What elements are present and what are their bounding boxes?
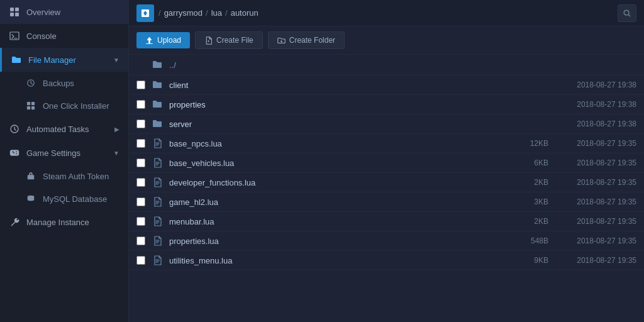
sidebar-label-one-click: One Click Installer	[43, 101, 119, 111]
upload-button[interactable]: Upload	[136, 32, 190, 48]
sidebar-label-console: Console	[26, 31, 119, 41]
chevron-right-icon: ▶	[114, 126, 119, 133]
file-icon	[152, 157, 163, 169]
file-checkbox[interactable]	[136, 158, 145, 167]
file-name: developer_functions.lua	[169, 178, 504, 187]
create-folder-label: Create Folder	[289, 36, 335, 45]
file-checkbox[interactable]	[136, 217, 145, 226]
file-size: 12KB	[511, 139, 548, 148]
file-name: utilities_menu.lua	[169, 256, 504, 265]
file-size: 9KB	[511, 256, 548, 265]
table-row[interactable]: server 2018-08-27 19:38	[129, 114, 644, 134]
file-name: menubar.lua	[169, 217, 504, 226]
sidebar-item-steam-auth[interactable]: Steam Auth Token	[0, 165, 128, 187]
file-name: properties.lua	[169, 236, 504, 246]
folder-icon	[152, 118, 163, 130]
gamepad-icon	[9, 147, 20, 158]
file-checkbox[interactable]	[136, 139, 145, 148]
sidebar-label-game-settings: Game Settings	[26, 148, 107, 158]
breadcrumb-sep1: /	[158, 8, 161, 18]
file-name: game_hl2.lua	[169, 197, 504, 207]
file-checkbox[interactable]	[136, 178, 145, 187]
sidebar-label-file-manager: File Manager	[28, 55, 107, 65]
sidebar-label-manage-instance: Manage Instance	[26, 218, 119, 227]
file-date: 2018-08-27 19:35	[555, 158, 636, 167]
svg-rect-0	[10, 8, 14, 11]
create-file-icon	[204, 36, 213, 45]
svg-rect-8	[31, 106, 35, 109]
create-file-button[interactable]: Create File	[195, 31, 263, 49]
table-row[interactable]: game_hl2.lua 3KB 2018-08-27 19:35	[129, 192, 644, 212]
table-row[interactable]: properties 2018-08-27 19:38	[129, 95, 644, 114]
file-checkbox[interactable]	[136, 256, 145, 265]
file-checkbox[interactable]	[136, 80, 145, 89]
file-date: 2018-08-27 19:38	[555, 100, 636, 109]
create-file-label: Create File	[216, 36, 253, 45]
file-name: properties	[169, 100, 504, 109]
parent-dir-row[interactable]: ../	[129, 55, 644, 75]
file-name: client	[169, 80, 504, 90]
file-date: 2018-08-27 19:35	[555, 139, 636, 148]
backups-icon	[25, 77, 36, 89]
sidebar-item-automated-tasks[interactable]: Automated Tasks ▶	[0, 117, 128, 141]
file-size: 3KB	[511, 197, 548, 206]
parent-dir-label: ../	[169, 60, 636, 70]
sidebar: Overview Console File Manager ▼ Backups	[0, 0, 129, 322]
table-row[interactable]: base_npcs.lua 12KB 2018-08-27 19:35	[129, 134, 644, 153]
sidebar-item-console[interactable]: Console	[0, 24, 128, 48]
file-size: 548B	[511, 236, 548, 245]
file-name: base_npcs.lua	[169, 139, 504, 148]
table-row[interactable]: menubar.lua 2KB 2018-08-27 19:35	[129, 212, 644, 231]
sidebar-item-backups[interactable]: Backups	[0, 72, 128, 94]
sidebar-item-game-settings[interactable]: Game Settings ▼	[0, 141, 128, 165]
file-name: base_vehicles.lua	[169, 158, 504, 168]
sidebar-item-one-click-installer[interactable]: One Click Installer	[0, 94, 128, 117]
table-row[interactable]: properties.lua 548B 2018-08-27 19:35	[129, 231, 644, 251]
sidebar-item-mysql[interactable]: MySQL Database	[0, 187, 128, 210]
breadcrumb-sep3: /	[225, 8, 228, 18]
wrench-icon	[9, 216, 20, 228]
table-row[interactable]: base_vehicles.lua 6KB 2018-08-27 19:35	[129, 153, 644, 173]
svg-rect-7	[27, 106, 30, 109]
svg-rect-6	[31, 102, 35, 105]
svg-rect-3	[15, 13, 19, 16]
grid-icon	[9, 6, 20, 18]
file-icon	[152, 255, 163, 266]
sidebar-item-manage-instance[interactable]: Manage Instance	[0, 210, 128, 234]
create-folder-icon	[277, 36, 286, 45]
file-date: 2018-08-27 19:35	[555, 178, 636, 187]
file-checkbox[interactable]	[136, 100, 145, 109]
upload-label: Upload	[157, 36, 181, 45]
sidebar-label-automated-tasks: Automated Tasks	[26, 125, 108, 134]
sidebar-label-steam-auth: Steam Auth Token	[43, 172, 119, 181]
installer-icon	[25, 100, 36, 111]
table-row[interactable]: developer_functions.lua 2KB 2018-08-27 1…	[129, 173, 644, 192]
table-row[interactable]: utilities_menu.lua 9KB 2018-08-27 19:35	[129, 251, 644, 270]
search-button[interactable]	[618, 4, 636, 22]
sidebar-item-file-manager[interactable]: File Manager ▼	[0, 48, 128, 72]
toolbar: Upload Create File Create Folder	[129, 26, 644, 55]
sidebar-label-backups: Backups	[43, 79, 119, 88]
sidebar-item-overview[interactable]: Overview	[0, 0, 128, 24]
file-checkbox[interactable]	[136, 119, 145, 128]
app-logo	[136, 4, 154, 22]
file-date: 2018-08-27 19:35	[555, 197, 636, 206]
file-date: 2018-08-27 19:38	[555, 119, 636, 128]
file-icon	[152, 196, 163, 208]
breadcrumb-part3[interactable]: autorun	[231, 8, 258, 18]
file-checkbox[interactable]	[136, 197, 145, 206]
file-date: 2018-08-27 19:35	[555, 236, 636, 245]
table-row[interactable]: client 2018-08-27 19:38	[129, 75, 644, 95]
file-checkbox[interactable]	[136, 236, 145, 245]
file-size: 6KB	[511, 158, 548, 167]
file-date: 2018-08-27 19:35	[555, 217, 636, 226]
console-icon	[9, 30, 20, 42]
breadcrumb-part1[interactable]: garrysmod	[164, 8, 203, 18]
upload-icon	[145, 36, 153, 45]
file-date: 2018-08-27 19:35	[555, 256, 636, 265]
file-list: ../ client 2018-08-27 19:38 properties 2…	[129, 55, 644, 322]
breadcrumb-bar: / garrysmod / lua / autorun	[129, 0, 644, 26]
breadcrumb-part2[interactable]: lua	[211, 8, 222, 18]
create-folder-button[interactable]: Create Folder	[268, 31, 345, 49]
sidebar-label-overview: Overview	[26, 8, 119, 17]
